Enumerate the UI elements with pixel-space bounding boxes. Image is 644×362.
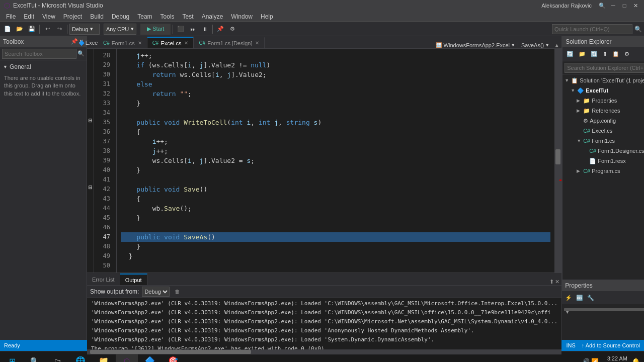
- menu-item-help[interactable]: Help: [257, 11, 277, 22]
- tree-appconfig[interactable]: ▶ ⚙ App.config: [562, 116, 644, 126]
- titlebar: ⬡ ExcelTut - Microsoft Visual Studio Ale…: [0, 0, 644, 11]
- error-indicator: [559, 179, 561, 181]
- tab-error-list[interactable]: Error List: [87, 274, 120, 285]
- line-num-43: 43: [94, 194, 112, 204]
- properties-collapse-handle[interactable]: ▼: [564, 308, 644, 311]
- search-icon[interactable]: 🔍: [598, 1, 607, 10]
- config-dropdown[interactable]: Debug ▾: [69, 24, 100, 35]
- tab-excel-cs[interactable]: C# Excel.cs ✕: [147, 37, 194, 48]
- start-button[interactable]: ▶ Start: [140, 24, 171, 35]
- platform-dropdown[interactable]: Any CPU ▾: [104, 24, 136, 35]
- se-search-input[interactable]: [565, 63, 644, 73]
- minimize-button[interactable]: ─: [609, 1, 618, 10]
- scroll-thumb[interactable]: [555, 149, 560, 164]
- toolbox-group-header[interactable]: ▼ General: [2, 62, 85, 71]
- tree-expand-references: ▶: [577, 108, 582, 113]
- toolbox-pin-icon[interactable]: 📌: [71, 38, 78, 45]
- tree-expand-form1cs: ▼: [577, 138, 582, 143]
- se-btn-1[interactable]: 🔄: [565, 50, 576, 58]
- se-btn-5[interactable]: 📋: [610, 50, 621, 58]
- tree-form1resx[interactable]: ▶ 📄 Form1.resx: [562, 156, 644, 166]
- menu-item-window[interactable]: Window: [227, 11, 257, 22]
- props-btn-1[interactable]: ⚡: [564, 294, 573, 302]
- tree-form1cs[interactable]: ▼ C# Form1.cs: [562, 136, 644, 146]
- start-menu-button[interactable]: ⊞: [2, 352, 22, 363]
- menu-item-view[interactable]: View: [38, 11, 59, 22]
- tab-form1-design-icon: C#: [199, 40, 205, 46]
- tree-solution[interactable]: ▼ 📋 Solution 'ExcelTut' (1 project): [562, 75, 644, 85]
- close-button[interactable]: ✕: [631, 1, 640, 10]
- taskbar-task-view[interactable]: 🗂: [46, 352, 68, 363]
- vertical-scrollbar[interactable]: [554, 49, 561, 273]
- maximize-button[interactable]: □: [620, 1, 629, 10]
- props-btn-3[interactable]: 🔧: [586, 294, 595, 302]
- quick-launch-input[interactable]: [552, 24, 632, 34]
- se-btn-3[interactable]: 🔃: [589, 50, 600, 58]
- tree-expand-exceltut: ▼: [571, 88, 576, 93]
- se-btn-6[interactable]: ⚙: [622, 50, 631, 58]
- tree-programcs[interactable]: ▶ C# Program.cs: [562, 166, 644, 176]
- toolbar-btn-9[interactable]: ⚙: [227, 24, 238, 35]
- toolbox-search-bar: 🔍: [0, 47, 87, 60]
- menu-item-debug[interactable]: Debug: [108, 11, 133, 22]
- menu-item-test[interactable]: Test: [179, 11, 198, 22]
- wfa-dropdown[interactable]: ▾: [512, 42, 515, 48]
- vs-icon: ⬡: [4, 2, 10, 10]
- undo-button[interactable]: ↩: [42, 24, 53, 35]
- tab-form1-close[interactable]: ✕: [138, 40, 142, 46]
- code-content[interactable]: ████j++; ████if (ws.Cells[i, j].Value2 !…: [117, 49, 554, 273]
- output-undock-icon[interactable]: ⬆: [549, 279, 554, 285]
- redo-button[interactable]: ↪: [54, 24, 65, 35]
- output-clear-icon[interactable]: 🗑: [175, 289, 180, 295]
- method-dropdown[interactable]: ▾: [546, 42, 549, 48]
- output-horizontal-scrollbar[interactable]: [87, 349, 561, 354]
- tree-form1designer[interactable]: ▶ C# Form1.Designer.cs: [562, 146, 644, 156]
- menu-item-project[interactable]: Project: [59, 11, 86, 22]
- code-line-44: ████████wb.Save();: [121, 204, 550, 213]
- open-file-button[interactable]: 📂: [14, 24, 25, 35]
- toolbar-btn-5[interactable]: ⬛: [175, 24, 186, 35]
- tree-properties[interactable]: ▶ 📁 Properties: [562, 96, 644, 106]
- menu-item-build[interactable]: Build: [86, 11, 108, 22]
- toolbar-btn-6[interactable]: ⏭: [187, 24, 198, 35]
- taskbar-search-button[interactable]: 🔍: [23, 352, 45, 363]
- output-scroll-thumb[interactable]: [90, 350, 251, 354]
- tab-form1-design[interactable]: C# Form1.cs [Design] ✕: [194, 37, 265, 48]
- tree-excelcs[interactable]: ▶ C# Excel.cs: [562, 126, 644, 136]
- menu-item-tools[interactable]: Tools: [156, 11, 179, 22]
- toolbox-search-input[interactable]: [2, 49, 76, 59]
- notification-icon[interactable]: 🔔: [631, 357, 640, 363]
- output-source-select[interactable]: Debug: [142, 287, 170, 297]
- output-close-icon[interactable]: ✕: [555, 279, 559, 285]
- tab-excel-close[interactable]: ✕: [184, 40, 188, 46]
- menu-item-team[interactable]: Team: [133, 11, 156, 22]
- save-button[interactable]: 💾: [26, 24, 37, 35]
- code-area: ⊟ ⊟ 28 29 30 31 32 33 34 35 36 37 38 39 …: [87, 49, 561, 273]
- se-btn-4[interactable]: ⬆: [601, 50, 609, 58]
- tree-exceltut[interactable]: ▼ 🔷 ExcelTut: [562, 85, 644, 96]
- menu-item-analyze[interactable]: Analyze: [198, 11, 227, 22]
- tab-output[interactable]: Output: [120, 274, 147, 285]
- menu-item-edit[interactable]: Edit: [20, 11, 38, 22]
- toolbar-btn-8[interactable]: 📌: [215, 24, 226, 35]
- tree-references[interactable]: ▶ 📁 References: [562, 106, 644, 116]
- tab-form1-design-close[interactable]: ✕: [255, 40, 259, 46]
- statusbar-ready: Ready: [4, 342, 20, 348]
- toolbox-group-label: General: [10, 63, 31, 70]
- tab-error-list-label: Error List: [92, 277, 115, 283]
- tab-form1-cs[interactable]: C# Form1.cs ✕: [98, 37, 147, 48]
- se-header: Solution Explorer 📌 ⬅ ✕: [562, 36, 644, 47]
- menu-item-file[interactable]: File: [2, 11, 20, 22]
- toolbar-btn-7[interactable]: ⏸: [199, 24, 210, 35]
- scroll-left-icon[interactable]: ▲: [552, 42, 561, 48]
- line-num-34: 34: [94, 108, 112, 118]
- form1cs-icon: C#: [583, 138, 590, 144]
- excelcs-icon: C#: [583, 128, 590, 134]
- se-btn-2[interactable]: 📁: [577, 50, 588, 58]
- new-project-button[interactable]: 📄: [2, 24, 13, 35]
- statusbar-source-control[interactable]: ↑ Add to Source Control: [582, 342, 640, 348]
- props-btn-2[interactable]: 🔤: [575, 294, 584, 302]
- main-area: Toolbox 📌 ✕ 🔍 ▼ General There are no usa…: [0, 36, 644, 340]
- toolbar-separator-3: [173, 25, 173, 34]
- taskbar-clock[interactable]: 3:22 AM 10-Apr-17: [603, 355, 627, 363]
